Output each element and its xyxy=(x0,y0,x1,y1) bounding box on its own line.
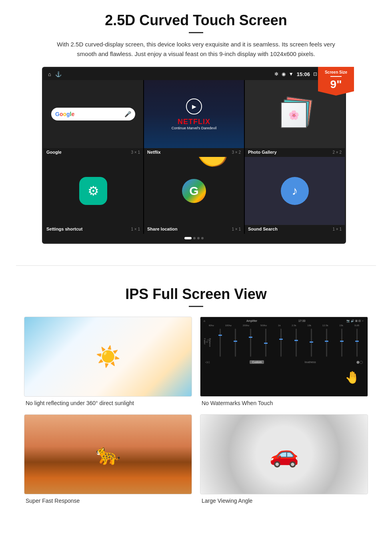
car-caption: Large Viewing Angle xyxy=(200,498,368,504)
dot-3 xyxy=(197,237,200,239)
amp-balance-label: Balance◁))Fader xyxy=(204,338,211,347)
location-icon: ◉ xyxy=(282,71,286,77)
google-app-cell[interactable]: Google 🎤 xyxy=(43,80,143,148)
microphone-icon[interactable]: 🎤 xyxy=(124,111,131,117)
settings-icon: ⚙ xyxy=(79,177,107,205)
screen-size-badge: Screen Size 9" xyxy=(318,67,354,96)
usb-icon: ⚓ xyxy=(55,71,62,77)
music-app-name: Sound Search xyxy=(248,227,278,231)
photo-layer-front: 🌸 xyxy=(281,102,307,128)
dot-1 xyxy=(184,237,192,239)
gallery-app-size: 2 × 2 xyxy=(332,150,342,155)
google-app-size: 3 × 1 xyxy=(131,150,140,155)
cheetah-placeholder: 🐆 xyxy=(24,415,192,494)
google-label: Google 3 × 1 xyxy=(43,148,143,157)
sunlight-placeholder: ☀️ xyxy=(24,317,192,396)
camera-icon: ⊡ xyxy=(313,71,317,77)
amp-hand-icon: 🤚 xyxy=(345,370,360,384)
gallery-label: Photo Gallery 2 × 2 xyxy=(245,148,345,157)
maps-app-cell[interactable]: G 🤚 xyxy=(144,157,244,225)
section-divider-line xyxy=(16,265,376,266)
slider-5 xyxy=(280,329,282,357)
google-search-bar[interactable]: Google 🎤 xyxy=(51,108,135,120)
wifi-icon: ▼ xyxy=(289,71,294,77)
settings-app-cell[interactable]: ⚙ xyxy=(43,157,143,225)
title-divider-2 xyxy=(189,306,203,307)
badge-title: Screen Size xyxy=(320,70,352,74)
feature-grid: ☀️ No light reflecting under 360° direct… xyxy=(24,317,368,504)
music-label: Sound Search 1 × 1 xyxy=(245,225,345,234)
amp-screen: ⌂ Amplifier 17:33 📷 🔊 ⊠ ⊟ ← 60hz100hz200… xyxy=(200,317,368,396)
google-logo: Google xyxy=(55,111,74,117)
sunlight-caption: No light reflecting under 360° direct su… xyxy=(24,400,192,406)
amp-icons: 📷 🔊 ⊠ ⊟ ← xyxy=(346,319,364,323)
title-divider xyxy=(189,32,203,33)
music-icon: ♪ xyxy=(281,177,309,205)
status-bar: ⌂ ⚓ ✻ ◉ ▼ 15:06 ⊡ ◁) ⊠ ⊟ xyxy=(43,68,345,80)
slider-9 xyxy=(341,329,342,357)
car-image: 🚗 xyxy=(200,414,368,494)
netflix-play-button[interactable]: ▶ xyxy=(186,98,202,114)
slider-8 xyxy=(326,329,327,357)
bluetooth-icon: ✻ xyxy=(274,71,278,77)
feature-cheetah: 🐆 Super Fast Response xyxy=(24,414,192,504)
slider-6 xyxy=(296,329,297,357)
section-ips-screen: IPS Full Screen View ☀️ No light reflect… xyxy=(0,278,392,516)
settings-app-size: 1 × 1 xyxy=(131,227,140,231)
section1-title: 2.5D Curved Touch Screen xyxy=(24,12,368,29)
netflix-app-name: Netflix xyxy=(147,150,161,155)
amplifier-image: ⌂ Amplifier 17:33 📷 🔊 ⊠ ⊟ ← 60hz100hz200… xyxy=(200,317,368,397)
section-curved-screen: 2.5D Curved Touch Screen With 2.5D curve… xyxy=(0,0,392,253)
maps-label: Share location 1 × 1 xyxy=(144,225,244,234)
gallery-app-name: Photo Gallery xyxy=(248,150,277,155)
amp-loudness-label: loudness xyxy=(305,361,316,363)
home-icon[interactable]: ⌂ xyxy=(48,71,51,77)
cheetah-image: 🐆 xyxy=(24,414,192,494)
amp-home-icon: ⌂ xyxy=(204,319,205,323)
slider-10 xyxy=(356,329,358,357)
slider-3 xyxy=(250,329,251,357)
amplifier-caption: No Watermarks When Touch xyxy=(200,400,368,406)
section1-description: With 2.5D curved-display screen, this de… xyxy=(56,40,336,59)
google-app-name: Google xyxy=(46,150,62,155)
app-labels-top: Google 3 × 1 Netflix 3 × 2 Photo Gallery… xyxy=(43,148,345,157)
car-placeholder: 🚗 xyxy=(200,415,368,494)
flower-icon: 🌸 xyxy=(288,110,299,120)
amp-sliders xyxy=(213,327,364,358)
amp-status-bar: ⌂ Amplifier 17:33 📷 🔊 ⊠ ⊟ ← xyxy=(202,319,366,323)
sunlight-image: ☀️ xyxy=(24,317,192,397)
feature-car: 🚗 Large Viewing Angle xyxy=(200,414,368,504)
maps-app-size: 1 × 1 xyxy=(232,227,241,231)
amp-eq-area: Balance◁))Fader xyxy=(202,327,366,359)
netflix-content: ▶ NETFLIX Continue Marvel's Daredevil xyxy=(172,98,216,130)
android-screen: ⌂ ⚓ ✻ ◉ ▼ 15:06 ⊡ ◁) ⊠ ⊟ xyxy=(42,67,346,244)
app-grid-bottom: ⚙ G 🤚 ♪ xyxy=(43,157,345,225)
amp-bottom-bar: ◁◁ Custom loudness ⬤◯ xyxy=(202,359,366,365)
feature-sunlight: ☀️ No light reflecting under 360° direct… xyxy=(24,317,192,406)
netflix-app-size: 3 × 2 xyxy=(232,150,241,155)
feature-amplifier: ⌂ Amplifier 17:33 📷 🔊 ⊠ ⊟ ← 60hz100hz200… xyxy=(200,317,368,406)
settings-label: Settings shortcut 1 × 1 xyxy=(43,225,143,234)
dot-4 xyxy=(201,237,204,239)
netflix-subtitle: Continue Marvel's Daredevil xyxy=(172,126,216,130)
status-time: 15:06 xyxy=(297,71,310,77)
badge-size: 9" xyxy=(320,78,352,91)
slider-7 xyxy=(311,329,312,357)
netflix-app-cell[interactable]: ▶ NETFLIX Continue Marvel's Daredevil xyxy=(144,80,244,148)
badge-divider xyxy=(330,76,342,77)
netflix-label: Netflix 3 × 2 xyxy=(144,148,244,157)
amp-custom-btn[interactable]: Custom xyxy=(250,360,264,364)
slider-1 xyxy=(220,329,221,357)
cheetah-caption: Super Fast Response xyxy=(24,498,192,504)
amp-back-icon: ◁◁ xyxy=(205,361,209,364)
music-app-cell[interactable]: ♪ xyxy=(245,157,345,225)
amp-title-label: Amplifier xyxy=(246,319,257,323)
music-app-size: 1 × 1 xyxy=(332,227,342,231)
maps-app-name: Share location xyxy=(147,227,178,231)
maps-icon: G xyxy=(182,179,206,203)
status-left: ⌂ ⚓ xyxy=(48,71,62,77)
amp-toggle[interactable]: ⬤◯ xyxy=(356,361,363,364)
photo-stack: 🌸 xyxy=(279,98,311,130)
app-labels-bottom: Settings shortcut 1 × 1 Share location 1… xyxy=(43,225,345,234)
slider-2 xyxy=(235,329,236,357)
